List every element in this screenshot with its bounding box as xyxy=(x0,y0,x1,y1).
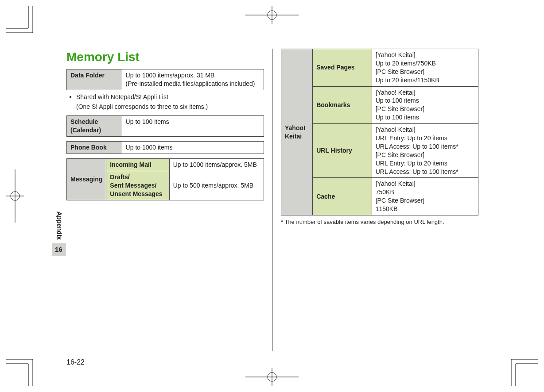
svg-point-1 xyxy=(268,373,276,381)
data-folder-value-line1: Up to 1000 items/approx. 31 MB xyxy=(126,72,215,79)
saved-pages-label: Saved Pages xyxy=(313,49,372,87)
data-folder-label: Data Folder xyxy=(67,69,122,90)
crop-mark-bottom-left xyxy=(6,346,46,386)
crop-mark-bottom-right xyxy=(498,346,538,386)
incoming-mail-label: Incoming Mail xyxy=(106,159,169,171)
chapter-tab: Appendix 16 xyxy=(52,210,66,256)
shared-note: Shared with Notepad/S! Appli List xyxy=(66,93,264,101)
data-folder-value-line2: (Pre-installed media files/applications … xyxy=(126,80,255,87)
cache-label: Cache xyxy=(313,178,372,215)
messaging-group-label: Messaging xyxy=(67,159,106,200)
saved-pages-value: [Yahoo! Keitai] Up to 20 items/750KB [PC… xyxy=(372,49,478,87)
drafts-label: Drafts/ Sent Messages/ Unsent Messages xyxy=(106,171,169,200)
messaging-table: Messaging Incoming Mail Up to 1000 items… xyxy=(66,158,264,200)
phonebook-table: Phone Book Up to 1000 items xyxy=(66,141,264,154)
url-history-value: [Yahoo! Keitai] URL Entry: Up to 20 item… xyxy=(372,124,478,178)
data-folder-value: Up to 1000 items/approx. 31 MB (Pre-inst… xyxy=(122,69,264,90)
schedule-label: Schedule (Calendar) xyxy=(67,116,122,137)
page-number: 16-22 xyxy=(66,357,85,367)
schedule-value: Up to 100 items xyxy=(122,116,264,137)
left-column: Memory List Data Folder Up to 1000 items… xyxy=(66,49,264,351)
shared-note-sub: (One S! Appli corresponds to three to si… xyxy=(66,103,264,111)
drafts-value: Up to 500 items/approx. 5MB xyxy=(169,171,264,200)
crop-mark-left-center xyxy=(6,169,24,223)
page-title: Memory List xyxy=(66,49,264,65)
chapter-label: Appendix xyxy=(52,210,66,243)
data-folder-table: Data Folder Up to 1000 items/approx. 31 … xyxy=(66,69,264,90)
bookmarks-value: [Yahoo! Keitai] Up to 100 items [PC Site… xyxy=(372,86,478,124)
schedule-table: Schedule (Calendar) Up to 100 items xyxy=(66,115,264,137)
incoming-mail-value: Up to 1000 items/approx. 5MB xyxy=(169,159,264,171)
svg-point-2 xyxy=(11,192,19,200)
svg-point-0 xyxy=(268,11,276,19)
table-row: Phone Book Up to 1000 items xyxy=(67,142,264,154)
yahoo-table: Yahoo! Keitai Saved Pages [Yahoo! Keitai… xyxy=(281,49,478,215)
table-row: Yahoo! Keitai Saved Pages [Yahoo! Keitai… xyxy=(281,49,478,87)
phonebook-value: Up to 1000 items xyxy=(122,142,264,154)
chapter-number: 16 xyxy=(52,243,66,256)
crop-mark-bottom-center xyxy=(245,368,299,386)
crop-mark-top-center xyxy=(245,6,299,24)
bookmarks-label: Bookmarks xyxy=(313,86,372,124)
footnote: * The number of savable items varies dep… xyxy=(281,218,478,226)
table-row: Schedule (Calendar) Up to 100 items xyxy=(67,116,264,137)
table-row: Messaging Incoming Mail Up to 1000 items… xyxy=(67,159,264,171)
cache-value: [Yahoo! Keitai] 750KB [PC Site Browser] … xyxy=(372,178,478,215)
crop-mark-top-left xyxy=(6,6,46,46)
table-row: Data Folder Up to 1000 items/approx. 31 … xyxy=(67,69,264,90)
right-column: Yahoo! Keitai Saved Pages [Yahoo! Keitai… xyxy=(281,49,478,351)
yahoo-group-label: Yahoo! Keitai xyxy=(281,49,313,215)
url-history-label: URL History xyxy=(313,124,372,178)
phonebook-label: Phone Book xyxy=(67,142,122,154)
